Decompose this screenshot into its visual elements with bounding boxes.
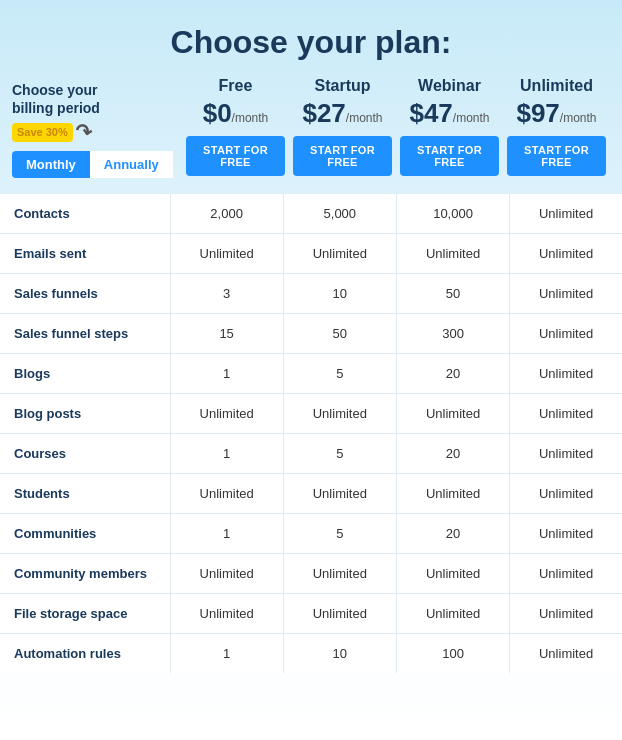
feature-value-9-0: Unlimited: [170, 554, 283, 594]
feature-value-10-2: Unlimited: [396, 594, 509, 634]
feature-value-2-0: 3: [170, 274, 283, 314]
feature-name-3: Sales funnel steps: [0, 314, 170, 354]
table-row: Courses1520Unlimited: [0, 434, 622, 474]
feature-value-6-0: 1: [170, 434, 283, 474]
plan-col-1: Startup $27/month START FOR FREE: [289, 77, 396, 176]
feature-value-5-0: Unlimited: [170, 394, 283, 434]
feature-value-4-1: 5: [283, 354, 396, 394]
feature-value-11-3: Unlimited: [510, 634, 622, 674]
feature-value-11-1: 10: [283, 634, 396, 674]
feature-value-0-0: 2,000: [170, 194, 283, 234]
feature-value-7-2: Unlimited: [396, 474, 509, 514]
feature-name-9: Community members: [0, 554, 170, 594]
table-row: Blog postsUnlimitedUnlimitedUnlimitedUnl…: [0, 394, 622, 434]
feature-value-3-2: 300: [396, 314, 509, 354]
start-btn-0[interactable]: START FOR FREE: [186, 136, 285, 176]
table-row: Emails sentUnlimitedUnlimitedUnlimitedUn…: [0, 234, 622, 274]
table-row: StudentsUnlimitedUnlimitedUnlimitedUnlim…: [0, 474, 622, 514]
plan-name-1: Startup: [293, 77, 392, 95]
feature-value-1-1: Unlimited: [283, 234, 396, 274]
table-row: Community membersUnlimitedUnlimitedUnlim…: [0, 554, 622, 594]
plan-name-2: Webinar: [400, 77, 499, 95]
feature-name-0: Contacts: [0, 194, 170, 234]
feature-value-6-2: 20: [396, 434, 509, 474]
save-badge-container: Save 30% ↷: [12, 119, 92, 145]
feature-name-4: Blogs: [0, 354, 170, 394]
feature-value-3-0: 15: [170, 314, 283, 354]
feature-name-6: Courses: [0, 434, 170, 474]
table-row: File storage spaceUnlimitedUnlimitedUnli…: [0, 594, 622, 634]
arrow-icon: ↷: [73, 118, 94, 147]
monthly-toggle[interactable]: Monthly: [12, 151, 90, 178]
feature-value-1-0: Unlimited: [170, 234, 283, 274]
plan-name-0: Free: [186, 77, 285, 95]
feature-value-4-2: 20: [396, 354, 509, 394]
feature-name-8: Communities: [0, 514, 170, 554]
page-title: Choose your plan:: [0, 24, 622, 61]
feature-name-10: File storage space: [0, 594, 170, 634]
billing-label-col: Choose your billing period Save 30% ↷ Mo…: [12, 77, 182, 178]
toggle-buttons: Monthly Annually: [12, 151, 182, 178]
feature-value-8-1: 5: [283, 514, 396, 554]
feature-name-7: Students: [0, 474, 170, 514]
plan-header-cols: Free $0/month START FOR FREE Startup $27…: [182, 77, 610, 176]
table-row: Sales funnels31050Unlimited: [0, 274, 622, 314]
feature-name-11: Automation rules: [0, 634, 170, 674]
plan-col-2: Webinar $47/month START FOR FREE: [396, 77, 503, 176]
page-header: Choose your plan:: [0, 0, 622, 77]
feature-value-10-0: Unlimited: [170, 594, 283, 634]
feature-value-8-3: Unlimited: [510, 514, 622, 554]
save-badge: Save 30%: [12, 123, 73, 141]
feature-value-0-2: 10,000: [396, 194, 509, 234]
feature-value-0-1: 5,000: [283, 194, 396, 234]
start-btn-2[interactable]: START FOR FREE: [400, 136, 499, 176]
feature-value-7-3: Unlimited: [510, 474, 622, 514]
feature-value-0-3: Unlimited: [510, 194, 622, 234]
feature-value-5-3: Unlimited: [510, 394, 622, 434]
feature-value-10-3: Unlimited: [510, 594, 622, 634]
feature-value-10-1: Unlimited: [283, 594, 396, 634]
feature-name-2: Sales funnels: [0, 274, 170, 314]
feature-value-1-2: Unlimited: [396, 234, 509, 274]
feature-value-5-1: Unlimited: [283, 394, 396, 434]
plan-price-2: $47/month: [400, 99, 499, 128]
feature-value-3-1: 50: [283, 314, 396, 354]
features-table: Contacts2,0005,00010,000UnlimitedEmails …: [0, 194, 622, 673]
plan-col-3: Unlimited $97/month START FOR FREE: [503, 77, 610, 176]
feature-value-2-1: 10: [283, 274, 396, 314]
feature-value-9-2: Unlimited: [396, 554, 509, 594]
feature-value-2-3: Unlimited: [510, 274, 622, 314]
plan-price-3: $97/month: [507, 99, 606, 128]
plan-name-3: Unlimited: [507, 77, 606, 95]
feature-value-4-0: 1: [170, 354, 283, 394]
billing-label: Choose your billing period Save 30% ↷: [12, 81, 182, 145]
plan-price-0: $0/month: [186, 99, 285, 128]
table-row: Communities1520Unlimited: [0, 514, 622, 554]
feature-value-9-3: Unlimited: [510, 554, 622, 594]
feature-value-11-2: 100: [396, 634, 509, 674]
feature-value-8-2: 20: [396, 514, 509, 554]
table-row: Sales funnel steps1550300Unlimited: [0, 314, 622, 354]
feature-value-8-0: 1: [170, 514, 283, 554]
table-row: Contacts2,0005,00010,000Unlimited: [0, 194, 622, 234]
feature-value-9-1: Unlimited: [283, 554, 396, 594]
plan-price-1: $27/month: [293, 99, 392, 128]
start-btn-1[interactable]: START FOR FREE: [293, 136, 392, 176]
billing-section: Choose your billing period Save 30% ↷ Mo…: [0, 77, 622, 190]
feature-value-7-1: Unlimited: [283, 474, 396, 514]
feature-name-5: Blog posts: [0, 394, 170, 434]
feature-value-5-2: Unlimited: [396, 394, 509, 434]
feature-value-4-3: Unlimited: [510, 354, 622, 394]
annual-toggle[interactable]: Annually: [90, 151, 173, 178]
table-row: Blogs1520Unlimited: [0, 354, 622, 394]
feature-value-3-3: Unlimited: [510, 314, 622, 354]
feature-value-6-1: 5: [283, 434, 396, 474]
start-btn-3[interactable]: START FOR FREE: [507, 136, 606, 176]
feature-name-1: Emails sent: [0, 234, 170, 274]
table-row: Automation rules110100Unlimited: [0, 634, 622, 674]
feature-value-11-0: 1: [170, 634, 283, 674]
feature-value-2-2: 50: [396, 274, 509, 314]
plan-col-0: Free $0/month START FOR FREE: [182, 77, 289, 176]
feature-value-7-0: Unlimited: [170, 474, 283, 514]
feature-value-6-3: Unlimited: [510, 434, 622, 474]
